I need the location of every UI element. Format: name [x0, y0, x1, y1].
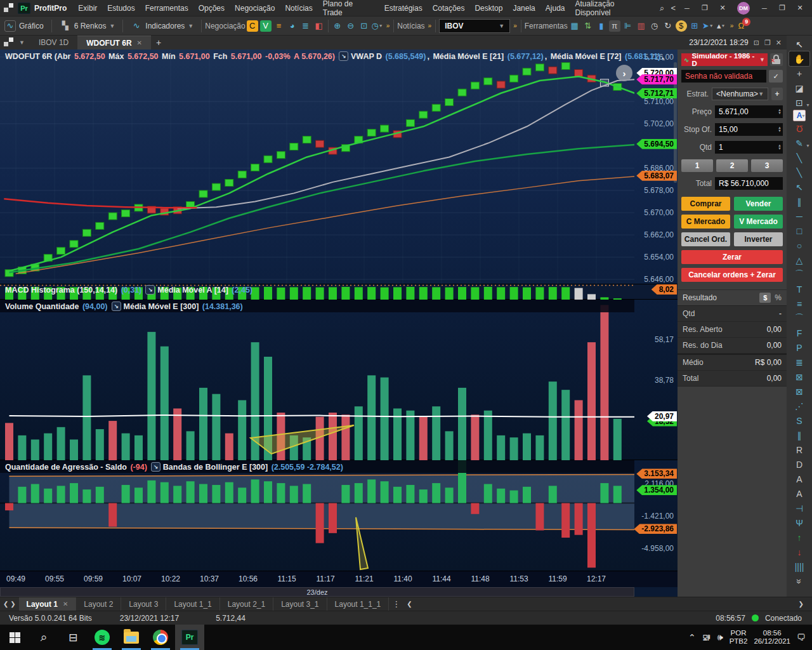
- arc-tool[interactable]: ⌒: [789, 267, 809, 282]
- eraser-tool[interactable]: ◪: [789, 81, 809, 95]
- menu-item-desktop[interactable]: Desktop: [469, 0, 508, 17]
- task-view-button[interactable]: ⊟: [58, 625, 88, 650]
- compra-mercado-button[interactable]: C Mercado: [681, 215, 730, 229]
- send-icon[interactable]: ➤▼: [702, 20, 714, 32]
- qtd-input[interactable]: 1 ▲▼: [715, 141, 783, 154]
- overflow-chevrons-icon[interactable]: »: [384, 22, 391, 29]
- education-icon[interactable]: ▴▼: [716, 20, 727, 32]
- indicator-settings-icon[interactable]: ↘: [151, 462, 160, 472]
- quick-qty-1[interactable]: 1: [681, 159, 713, 172]
- currency-toggle-button[interactable]: $: [759, 293, 771, 303]
- coins-icon[interactable]: $: [676, 20, 687, 32]
- cancelar-ordens-button[interactable]: Cancel Ord.: [681, 232, 730, 246]
- horizontal-line-tool[interactable]: ─: [789, 209, 809, 223]
- notifications-button[interactable]: Ω 9: [735, 20, 747, 32]
- percent-toggle-button[interactable]: %: [775, 293, 782, 302]
- replay-icon[interactable]: ↻: [662, 20, 674, 32]
- stepper-icons[interactable]: ▲▼: [778, 144, 782, 150]
- preco-input[interactable]: 5.671,00 ▲▼: [715, 105, 783, 118]
- venda-badge-icon[interactable]: V: [260, 20, 272, 32]
- depth-icon[interactable]: ⊫: [622, 20, 634, 32]
- brush-tool[interactable]: ✎▼: [789, 136, 809, 150]
- minimize-icon[interactable]: ─: [679, 1, 695, 15]
- fib-fan-tool[interactable]: F: [789, 326, 809, 340]
- grafico-button[interactable]: ∿ Gráfico: [0, 17, 48, 35]
- layout-tab-layout-2-1[interactable]: Layout 2_1: [220, 597, 273, 611]
- heatmap-icon[interactable]: ◧: [313, 20, 325, 32]
- menu-item-atualiza-o-dispon-vel[interactable]: Atualização Disponível: [570, 0, 657, 17]
- zerar-button[interactable]: Zerar: [681, 250, 783, 264]
- sell-arrow-tool[interactable]: ↓: [789, 545, 809, 559]
- gann-box-tool[interactable]: ⊠: [789, 369, 809, 384]
- chrome-taskbar-button[interactable]: [146, 625, 175, 650]
- chevron-down-icon[interactable]: ▼: [19, 39, 25, 46]
- book-ofertas-icon[interactable]: ≡: [273, 20, 285, 32]
- menu-item-not-cias[interactable]: Notícias: [280, 0, 317, 17]
- zoom-region-icon[interactable]: ⊡: [358, 20, 370, 32]
- network-icon[interactable]: 🖳: [702, 632, 711, 642]
- macd-chart[interactable]: MACD Histograma (150,14,14) (0,31) ↘ Méd…: [0, 284, 678, 300]
- menu-item-exibir[interactable]: Exibir: [73, 0, 102, 17]
- fan-lines-tool[interactable]: ⋰: [789, 399, 809, 413]
- menu-item-cota-es[interactable]: Cotações: [428, 0, 470, 17]
- edit-region-tool[interactable]: ⊡▼: [789, 95, 809, 110]
- validate-password-button[interactable]: ✓: [769, 70, 783, 83]
- magnet-tool[interactable]: Ω: [789, 121, 809, 136]
- estrategia-select[interactable]: <Nenhuma> ▼: [712, 88, 768, 100]
- price-lines-tool[interactable]: ||||: [789, 559, 809, 574]
- menu-item-estrat-gias[interactable]: Estratégias: [379, 0, 428, 17]
- layout-far-right-icon[interactable]: ❯: [796, 600, 807, 607]
- overflow-chevrons-icon[interactable]: »: [728, 22, 735, 29]
- overflow-chevrons-icon[interactable]: »: [426, 22, 433, 29]
- buy-arrow-tool[interactable]: ↑: [789, 530, 809, 545]
- avatar[interactable]: DM: [737, 2, 750, 15]
- ellipse-tool[interactable]: ○: [789, 238, 809, 253]
- parallel-lines-tool[interactable]: ∥: [789, 194, 809, 209]
- add-tab-button[interactable]: +: [151, 37, 166, 48]
- layout-nav-arrows[interactable]: ❮ ❯: [0, 600, 19, 607]
- zoom-in-icon[interactable]: ⊕: [332, 20, 343, 32]
- stepper-icons[interactable]: ▲▼: [778, 109, 782, 115]
- triangle-tool[interactable]: △: [789, 253, 809, 267]
- layout-tab-layout-1[interactable]: Layout 1✕: [19, 597, 77, 611]
- lock-icon[interactable]: ✕: [770, 53, 783, 66]
- zoom-out-icon[interactable]: ⊖: [345, 20, 357, 32]
- trendline-tool[interactable]: ╲: [789, 150, 809, 165]
- search-icon[interactable]: ⌕: [657, 3, 667, 13]
- buy-sell-arrows-icon[interactable]: ⇅: [582, 20, 594, 32]
- close-layout-icon[interactable]: ✕: [63, 600, 68, 607]
- explorer-taskbar-button[interactable]: [117, 625, 146, 650]
- range-tool[interactable]: ⊣: [789, 501, 809, 515]
- menu-item-janela[interactable]: Janela: [508, 0, 540, 17]
- close-icon[interactable]: ✕: [714, 1, 731, 15]
- start-button[interactable]: [0, 625, 29, 650]
- renko-select[interactable]: ▚ 6 Renkos ▼: [55, 17, 120, 35]
- fib-retracement-tool[interactable]: ≡: [789, 296, 809, 311]
- times-trades-icon[interactable]: π: [609, 20, 620, 32]
- restore-icon[interactable]: ❐: [697, 1, 713, 15]
- window-menu-icon[interactable]: [4, 37, 15, 48]
- blocks-icon[interactable]: ▥: [636, 20, 647, 32]
- panel-grid-icon[interactable]: ▦: [569, 20, 580, 32]
- rectangle-tool[interactable]: □: [789, 223, 809, 238]
- book-icon[interactable]: ▮: [596, 20, 607, 32]
- close-tab-icon[interactable]: ✕: [137, 39, 142, 46]
- pitchfork-tool[interactable]: Ψ: [789, 515, 809, 530]
- overflow-chevrons-icon[interactable]: »: [511, 22, 518, 29]
- indicator-settings-icon[interactable]: ↘: [112, 302, 121, 311]
- crosshair-tool[interactable]: +: [789, 66, 809, 81]
- pie-icon[interactable]: ◕: [287, 20, 298, 32]
- arrow-line-tool[interactable]: ↖: [789, 180, 809, 194]
- indicator-settings-icon[interactable]: ↘: [145, 285, 155, 295]
- symbol-select[interactable]: IBOV ▼: [439, 19, 510, 33]
- time-axis[interactable]: 09:4909:5509:5910:0710:2210:3710:5611:15…: [0, 571, 678, 587]
- menu-item-estudos[interactable]: Estudos: [102, 0, 140, 17]
- password-field[interactable]: Senha não validada: [681, 70, 766, 83]
- menu-item-negocia-o[interactable]: Negociação: [230, 0, 280, 17]
- three-lines-tool[interactable]: ≣: [789, 355, 809, 369]
- taskbar-search-button[interactable]: ⌕: [29, 625, 58, 650]
- segment-tool[interactable]: ╲: [789, 165, 809, 180]
- inverter-button[interactable]: Inverter: [734, 232, 783, 246]
- compra-badge-icon[interactable]: C: [247, 20, 258, 32]
- parallel-channel-tool[interactable]: P: [789, 340, 809, 355]
